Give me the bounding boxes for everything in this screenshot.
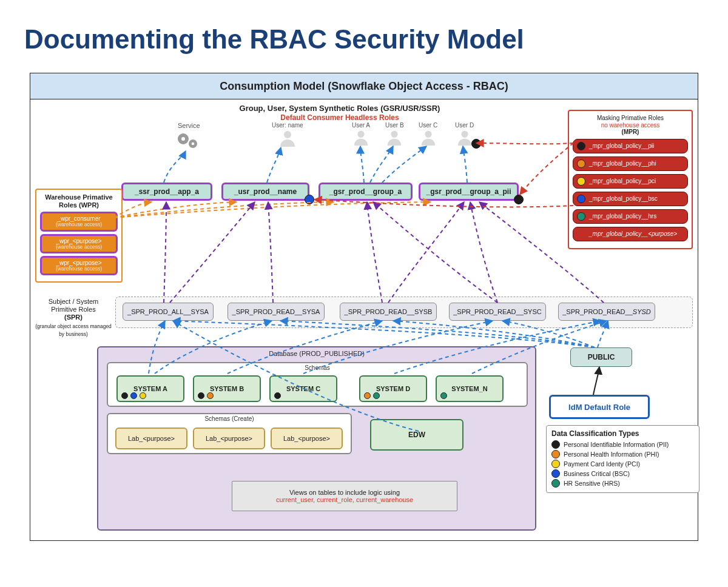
gear-icon <box>175 130 200 153</box>
page-title: Documenting the RBAC Security Model <box>24 24 704 55</box>
schema: SYSTEM_N <box>436 375 504 402</box>
schema: SYSTEM D <box>359 375 427 402</box>
diagram-canvas: Consumption Model (Snowflake Object Acce… <box>30 73 698 541</box>
service-label: Service <box>178 122 200 129</box>
views-line2: current_user, current_role, current_ware… <box>276 496 413 503</box>
lab: Lab_<purpose> <box>193 428 265 449</box>
spr-item: _SPR_PROD_READ__SYSA <box>228 303 325 321</box>
user-label: User A <box>352 122 370 129</box>
classification-row: Payment Card Identy (PCI) <box>551 460 694 468</box>
svg-point-1 <box>181 137 185 141</box>
wpr-item: _wpr_consumer(warehouse access) <box>40 212 118 231</box>
mpr-item: _mpr_global_policy__hrs <box>573 209 688 224</box>
svg-point-7 <box>425 131 431 138</box>
schemas: Schemas SYSTEM A SYSTEM B SYSTEM C SYSTE… <box>107 362 528 407</box>
spr-item: _SPR_PROD_ALL__SYSA <box>123 303 214 321</box>
wpr-item: _wpr_<purpose>(warehouse access) <box>40 234 118 253</box>
user-icon: User: name <box>272 122 303 147</box>
lab: Lab_<purpose> <box>115 428 187 449</box>
role-gsr-a: _gsr_prod__group_a <box>318 183 413 201</box>
pii-dot-icon <box>514 195 524 204</box>
svg-point-8 <box>461 131 468 138</box>
spr-item: _SPR_PROD_READ__SYSC <box>449 303 546 321</box>
edw: EDW <box>370 419 463 451</box>
user-label: User C <box>419 122 437 129</box>
wpr-title: Warehouse Primative Roles (WPR) <box>40 193 118 209</box>
database: Database (PROD_PUBLISHED) Schemas SYSTEM… <box>97 346 536 531</box>
user-label: User D <box>455 122 474 129</box>
schema: SYSTEM A <box>116 375 184 402</box>
wpr-item: _wpr_<purpose>(warehouse access) <box>40 256 118 275</box>
svg-point-4 <box>284 131 291 138</box>
classification-row: Business Critical (BSC) <box>551 469 694 478</box>
public-role: PUBLIC <box>570 347 632 367</box>
classification-row: Personal Identifiable Information (PII) <box>551 440 694 449</box>
synthetic-title: Group, User, System Synthetic Roles (GSR… <box>212 104 467 113</box>
role-gsr-a-pii: _gsr_prod__group_a_pii <box>419 183 519 201</box>
idm-role: IdM Default Role <box>549 395 650 419</box>
spr-label: Subject / System Primitive Roles (SPR) (… <box>34 298 113 338</box>
svg-point-6 <box>391 131 398 138</box>
schemas-create: Schemas (Create) Lab_<purpose> Lab_<purp… <box>107 413 352 454</box>
spr-item: _SPR_PROD_READ__SYSB <box>340 303 437 321</box>
role-ssr: _ssr_prod__app_a <box>121 183 212 201</box>
pii-dot-icon <box>471 139 481 149</box>
create-title: Schemas (Create) <box>108 415 351 422</box>
mpr-item: _mpr_global_policy__pci <box>573 174 688 189</box>
mpr-item: _mpr_global_policy__bsc <box>573 192 688 206</box>
mpr-item: _mpr_global_policy__phi <box>573 156 688 171</box>
classification-panel: Data Classification Types Personal Ident… <box>546 425 699 493</box>
classification-row: Personal Health Information (PHI) <box>551 450 694 458</box>
user-label: User: name <box>272 122 303 129</box>
role-usr: _usr_prod__name <box>221 183 309 201</box>
mpr-title: Masking Primative Roles no warehouse acc… <box>573 115 688 136</box>
classification-title: Data Classification Types <box>551 429 694 438</box>
svg-point-3 <box>192 143 195 146</box>
user-icon: User A <box>352 122 370 146</box>
spr-item: _SPR_PROD_READ__SYSD <box>558 303 655 321</box>
schema: SYSTEM B <box>193 375 261 402</box>
schema: SYSTEM C <box>269 375 337 402</box>
mpr-item: _mpr_global_policy__<purpose> <box>573 227 688 241</box>
views-line1: Views on tables to include logic using <box>289 489 400 496</box>
db-title: Database (PROD_PUBLISHED) <box>98 350 535 357</box>
synthetic-sub: Default Consumer Headless Roles <box>261 113 419 122</box>
mpr-item: _mpr_global_policy__pii <box>573 139 688 153</box>
schemas-title: Schemas <box>108 364 527 371</box>
user-icon: User C <box>419 122 437 146</box>
classification-row: HR Sensitive (HRS) <box>551 479 694 488</box>
user-icon: User B <box>385 122 404 146</box>
user-label: User B <box>385 122 404 129</box>
mpr-panel: Masking Primative Roles no warehouse acc… <box>568 110 693 249</box>
svg-point-5 <box>357 131 364 138</box>
banner: Consumption Model (Snowflake Object Acce… <box>30 73 698 99</box>
views-note: Views on tables to include logic using c… <box>232 481 457 511</box>
wpr-panel: Warehouse Primative Roles (WPR) _wpr_con… <box>35 189 123 283</box>
bsc-dot-icon <box>305 195 314 204</box>
lab: Lab_<purpose> <box>271 428 343 449</box>
